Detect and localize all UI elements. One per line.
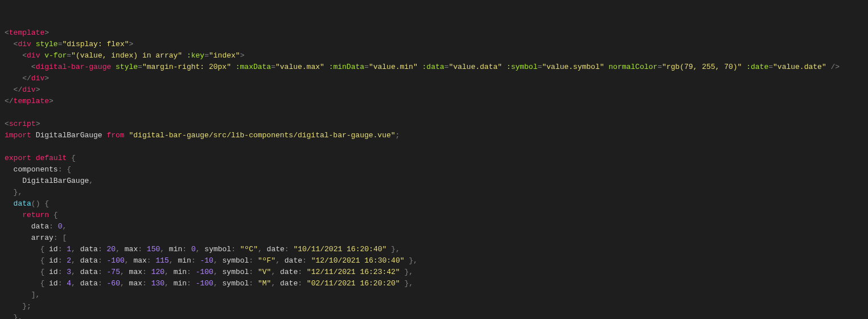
code-line: </div>	[5, 84, 863, 96]
code-line: export default {	[5, 153, 863, 164]
code-line: DigitalBarGauge,	[5, 175, 863, 187]
code-line: <div style="display: flex">	[5, 39, 863, 50]
code-line: };	[5, 301, 863, 312]
code-line: array: [	[5, 232, 863, 244]
code-line: { id: 3, data: -75, max: 120, min: -100,…	[5, 267, 863, 278]
code-line	[5, 141, 863, 153]
code-block: <template> <div style="display: flex"> <…	[5, 27, 863, 319]
code-line	[5, 107, 863, 118]
code-line: </template>	[5, 96, 863, 107]
code-line: import DigitalBarGauge from "digital-bar…	[5, 130, 863, 141]
code-line: <div v-for="(value, index) in array" :ke…	[5, 50, 863, 62]
code-line: ],	[5, 289, 863, 301]
code-line: { id: 2, data: -100, max: 115, min: -10,…	[5, 255, 863, 267]
code-line: },	[5, 312, 863, 319]
code-line: data: 0,	[5, 221, 863, 232]
code-line: </div>	[5, 73, 863, 84]
code-line: <digital-bar-gauge style="margin-right: …	[5, 62, 863, 73]
code-line: <template>	[5, 27, 863, 39]
code-line: data() {	[5, 198, 863, 210]
code-line: return {	[5, 210, 863, 221]
code-line: { id: 1, data: 20, max: 150, min: 0, sym…	[5, 244, 863, 255]
code-line: { id: 4, data: -60, max: 130, min: -100,…	[5, 278, 863, 289]
code-line: },	[5, 187, 863, 198]
code-line: components: {	[5, 164, 863, 175]
code-line: <script>	[5, 118, 863, 130]
